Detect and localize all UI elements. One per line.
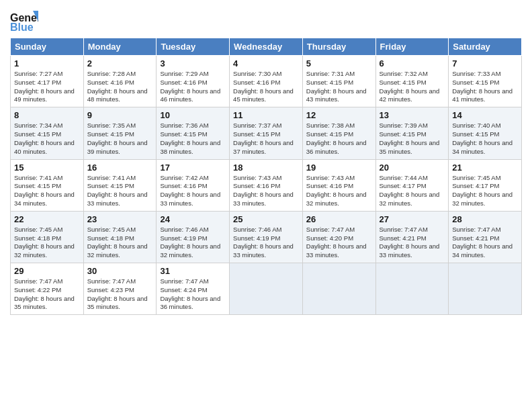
day-info: Sunrise: 7:47 AMSunset: 4:21 PMDaylight:… (380, 226, 445, 260)
day-number: 15 (14, 163, 80, 173)
day-number: 27 (380, 214, 445, 224)
calendar-cell: 14Sunrise: 7:40 AMSunset: 4:15 PMDayligh… (449, 107, 522, 159)
header-friday: Friday (375, 38, 449, 56)
svg-text:Blue: Blue (10, 21, 34, 33)
calendar-cell: 30Sunrise: 7:47 AMSunset: 4:23 PMDayligh… (83, 263, 157, 315)
day-number: 5 (306, 58, 372, 68)
header-wednesday: Wednesday (230, 38, 303, 56)
day-info: Sunrise: 7:39 AMSunset: 4:15 PMDaylight:… (380, 122, 445, 156)
calendar-week-row: 22Sunrise: 7:45 AMSunset: 4:18 PMDayligh… (11, 211, 522, 263)
day-info: Sunrise: 7:45 AMSunset: 4:17 PMDaylight:… (452, 174, 518, 208)
day-number: 12 (306, 110, 372, 120)
day-info: Sunrise: 7:46 AMSunset: 4:19 PMDaylight:… (160, 226, 226, 260)
day-number: 18 (233, 163, 299, 173)
day-info: Sunrise: 7:32 AMSunset: 4:15 PMDaylight:… (380, 70, 445, 104)
day-number: 2 (87, 58, 153, 68)
day-info: Sunrise: 7:45 AMSunset: 4:18 PMDaylight:… (14, 226, 80, 260)
day-info: Sunrise: 7:34 AMSunset: 4:15 PMDaylight:… (14, 122, 80, 156)
calendar-cell (230, 263, 303, 315)
calendar-cell: 11Sunrise: 7:37 AMSunset: 4:15 PMDayligh… (230, 107, 303, 159)
day-info: Sunrise: 7:42 AMSunset: 4:16 PMDaylight:… (160, 174, 226, 208)
calendar-cell: 26Sunrise: 7:47 AMSunset: 4:20 PMDayligh… (302, 211, 375, 263)
day-info: Sunrise: 7:47 AMSunset: 4:22 PMDaylight:… (14, 277, 80, 312)
calendar-cell: 15Sunrise: 7:41 AMSunset: 4:15 PMDayligh… (11, 159, 84, 211)
day-number: 16 (87, 163, 153, 173)
day-info: Sunrise: 7:37 AMSunset: 4:15 PMDaylight:… (233, 122, 299, 156)
calendar-cell: 22Sunrise: 7:45 AMSunset: 4:18 PMDayligh… (11, 211, 84, 263)
calendar-cell: 16Sunrise: 7:41 AMSunset: 4:15 PMDayligh… (83, 159, 157, 211)
day-info: Sunrise: 7:47 AMSunset: 4:21 PMDaylight:… (452, 226, 518, 260)
day-number: 28 (452, 214, 518, 224)
day-info: Sunrise: 7:27 AMSunset: 4:17 PMDaylight:… (14, 70, 80, 104)
calendar-week-row: 15Sunrise: 7:41 AMSunset: 4:15 PMDayligh… (11, 159, 522, 211)
day-number: 11 (233, 110, 299, 120)
page-header: General Blue (10, 7, 522, 34)
day-info: Sunrise: 7:28 AMSunset: 4:16 PMDaylight:… (87, 70, 153, 104)
calendar-cell: 9Sunrise: 7:35 AMSunset: 4:15 PMDaylight… (83, 107, 157, 159)
header-tuesday: Tuesday (157, 38, 230, 56)
day-number: 1 (14, 58, 80, 68)
day-number: 13 (380, 110, 445, 120)
calendar-cell: 1Sunrise: 7:27 AMSunset: 4:17 PMDaylight… (11, 56, 84, 107)
calendar-cell: 20Sunrise: 7:44 AMSunset: 4:17 PMDayligh… (375, 159, 449, 211)
day-info: Sunrise: 7:43 AMSunset: 4:16 PMDaylight:… (306, 174, 372, 208)
calendar-week-row: 29Sunrise: 7:47 AMSunset: 4:22 PMDayligh… (11, 263, 522, 315)
calendar-cell: 2Sunrise: 7:28 AMSunset: 4:16 PMDaylight… (83, 56, 157, 107)
day-info: Sunrise: 7:35 AMSunset: 4:15 PMDaylight:… (87, 122, 153, 156)
logo: General Blue (10, 9, 38, 34)
day-info: Sunrise: 7:31 AMSunset: 4:15 PMDaylight:… (306, 70, 372, 104)
calendar-cell: 6Sunrise: 7:32 AMSunset: 4:15 PMDaylight… (375, 56, 449, 107)
day-info: Sunrise: 7:41 AMSunset: 4:15 PMDaylight:… (87, 174, 153, 208)
calendar-cell: 23Sunrise: 7:45 AMSunset: 4:18 PMDayligh… (83, 211, 157, 263)
calendar-page: General Blue SundayMondayTuesdayWednesda… (0, 0, 532, 411)
day-number: 23 (87, 214, 153, 224)
calendar-week-row: 8Sunrise: 7:34 AMSunset: 4:15 PMDaylight… (11, 107, 522, 159)
calendar-cell (449, 263, 522, 315)
day-number: 30 (87, 266, 153, 276)
calendar-week-row: 1Sunrise: 7:27 AMSunset: 4:17 PMDaylight… (11, 56, 522, 107)
day-number: 24 (160, 214, 226, 224)
calendar-cell: 17Sunrise: 7:42 AMSunset: 4:16 PMDayligh… (157, 159, 230, 211)
calendar-cell: 10Sunrise: 7:36 AMSunset: 4:15 PMDayligh… (157, 107, 230, 159)
calendar-cell: 28Sunrise: 7:47 AMSunset: 4:21 PMDayligh… (449, 211, 522, 263)
day-number: 8 (14, 110, 80, 120)
day-info: Sunrise: 7:40 AMSunset: 4:15 PMDaylight:… (452, 122, 518, 156)
day-info: Sunrise: 7:38 AMSunset: 4:15 PMDaylight:… (306, 122, 372, 156)
calendar-cell: 18Sunrise: 7:43 AMSunset: 4:16 PMDayligh… (230, 159, 303, 211)
day-info: Sunrise: 7:36 AMSunset: 4:15 PMDaylight:… (160, 122, 226, 156)
day-info: Sunrise: 7:30 AMSunset: 4:16 PMDaylight:… (233, 70, 299, 104)
day-number: 22 (14, 214, 80, 224)
day-info: Sunrise: 7:43 AMSunset: 4:16 PMDaylight:… (233, 174, 299, 208)
day-info: Sunrise: 7:45 AMSunset: 4:18 PMDaylight:… (87, 226, 153, 260)
day-number: 26 (306, 214, 372, 224)
calendar-cell: 13Sunrise: 7:39 AMSunset: 4:15 PMDayligh… (375, 107, 449, 159)
day-number: 21 (452, 163, 518, 173)
calendar-cell: 3Sunrise: 7:29 AMSunset: 4:16 PMDaylight… (157, 56, 230, 107)
day-info: Sunrise: 7:29 AMSunset: 4:16 PMDaylight:… (160, 70, 226, 104)
day-number: 3 (160, 58, 226, 68)
calendar-cell (302, 263, 375, 315)
calendar-cell: 31Sunrise: 7:47 AMSunset: 4:24 PMDayligh… (157, 263, 230, 315)
day-number: 6 (380, 58, 445, 68)
calendar-cell: 8Sunrise: 7:34 AMSunset: 4:15 PMDaylight… (11, 107, 84, 159)
day-number: 7 (452, 58, 518, 68)
calendar-cell: 7Sunrise: 7:33 AMSunset: 4:15 PMDaylight… (449, 56, 522, 107)
day-info: Sunrise: 7:46 AMSunset: 4:19 PMDaylight:… (233, 226, 299, 260)
day-info: Sunrise: 7:44 AMSunset: 4:17 PMDaylight:… (380, 174, 445, 208)
calendar-cell: 19Sunrise: 7:43 AMSunset: 4:16 PMDayligh… (302, 159, 375, 211)
calendar-cell: 5Sunrise: 7:31 AMSunset: 4:15 PMDaylight… (302, 56, 375, 107)
calendar-cell: 24Sunrise: 7:46 AMSunset: 4:19 PMDayligh… (157, 211, 230, 263)
header-saturday: Saturday (449, 38, 522, 56)
calendar-cell: 21Sunrise: 7:45 AMSunset: 4:17 PMDayligh… (449, 159, 522, 211)
day-number: 19 (306, 163, 372, 173)
day-number: 31 (160, 266, 226, 276)
calendar-header-row: SundayMondayTuesdayWednesdayThursdayFrid… (11, 38, 522, 56)
day-info: Sunrise: 7:33 AMSunset: 4:15 PMDaylight:… (452, 70, 518, 104)
calendar-cell: 27Sunrise: 7:47 AMSunset: 4:21 PMDayligh… (375, 211, 449, 263)
day-number: 29 (14, 266, 80, 276)
calendar-cell: 4Sunrise: 7:30 AMSunset: 4:16 PMDaylight… (230, 56, 303, 107)
day-number: 10 (160, 110, 226, 120)
calendar-cell (375, 263, 449, 315)
calendar-cell: 25Sunrise: 7:46 AMSunset: 4:19 PMDayligh… (230, 211, 303, 263)
header-monday: Monday (83, 38, 157, 56)
